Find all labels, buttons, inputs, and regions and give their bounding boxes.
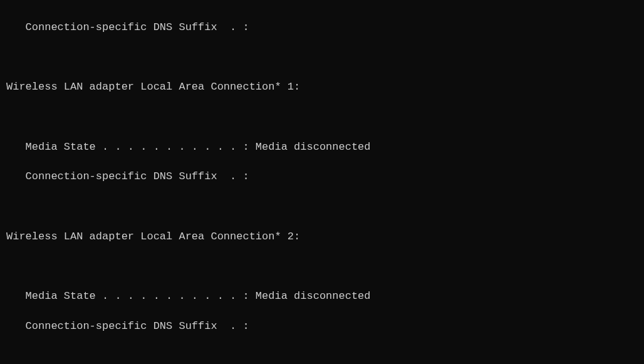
dns-suffix-line: Connection-specific DNS Suffix . : xyxy=(6,20,638,35)
adapter1-header: Wireless LAN adapter Local Area Connecti… xyxy=(6,80,638,95)
adapter1-dns-suffix: Connection-specific DNS Suffix . : xyxy=(6,169,638,184)
adapter2-media-state: Media State . . . . . . . . . . . : Medi… xyxy=(6,289,638,304)
adapter2-header: Wireless LAN adapter Local Area Connecti… xyxy=(6,229,638,244)
terminal-output: Connection-specific DNS Suffix . : Wirel… xyxy=(6,5,638,364)
adapter2-dns-suffix: Connection-specific DNS Suffix . : xyxy=(6,319,638,334)
adapter1-media-state: Media State . . . . . . . . . . . : Medi… xyxy=(6,140,638,155)
